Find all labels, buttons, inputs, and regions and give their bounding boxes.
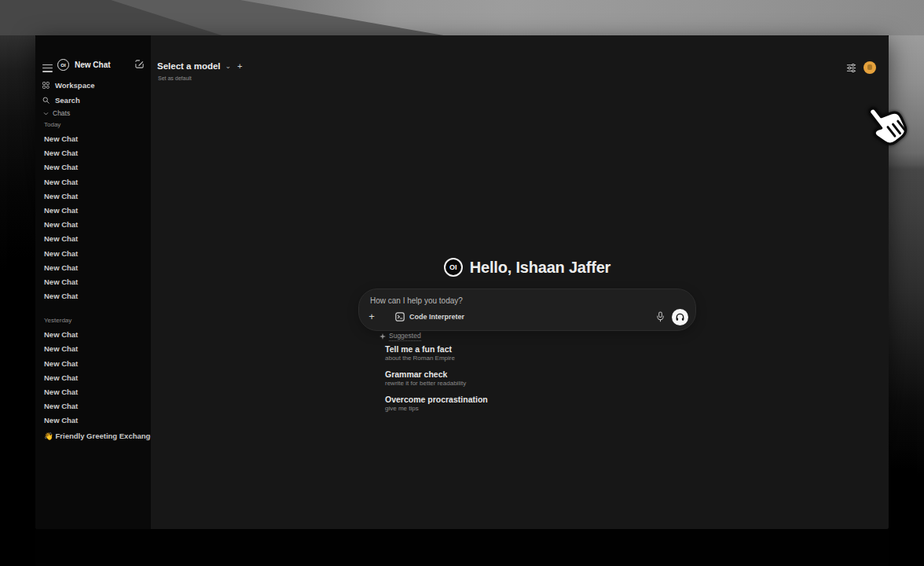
suggested-item-title: Grammar check <box>385 369 668 380</box>
chat-list-item-named[interactable]: 👋 Friendly Greeting Exchange <box>35 429 151 443</box>
chevron-down-icon <box>43 111 49 116</box>
desktop: OI New Chat Workspace Search Chats <box>0 0 924 566</box>
chats-section-toggle[interactable]: Chats <box>35 108 70 119</box>
chat-group-label: Yesterday <box>35 314 151 328</box>
voice-call-button[interactable] <box>672 309 688 325</box>
greeting-text: Hello, Ishaan Jaffer <box>470 259 610 277</box>
suggested-item-subtitle: rewrite it for better readability <box>385 380 668 388</box>
suggested-item[interactable]: Tell me a fun factabout the Roman Empire <box>385 344 668 362</box>
suggested-header: Suggested <box>380 332 421 341</box>
chat-list-item[interactable]: New Chat <box>35 232 151 246</box>
suggested-item-subtitle: about the Roman Empire <box>385 355 668 362</box>
openwebui-logo-icon: OI <box>444 258 463 277</box>
user-avatar[interactable] <box>864 61 876 74</box>
chats-section-label: Chats <box>53 109 70 117</box>
chat-group-label: Today <box>35 118 151 132</box>
chat-list-item[interactable]: New Chat <box>35 204 151 218</box>
headphones-icon <box>675 312 685 322</box>
greeting-row: OI Hello, Ishaan Jaffer <box>358 258 696 277</box>
chat-input-placeholder: How can I help you today? <box>370 296 463 305</box>
search-icon <box>42 97 50 104</box>
suggested-item-title: Tell me a fun fact <box>385 344 668 355</box>
chat-list-item[interactable]: New Chat <box>35 175 151 189</box>
openwebui-logo-icon: OI <box>57 59 69 71</box>
sidebar-item-search[interactable]: Search <box>35 93 151 108</box>
workspace-label: Workspace <box>55 81 95 90</box>
chat-input[interactable]: How can I help you today? + Code Interpr… <box>358 289 696 331</box>
chat-list-item[interactable]: New Chat <box>35 275 151 289</box>
wallpaper-left <box>0 35 35 566</box>
code-interpreter-toggle[interactable]: Code Interpreter <box>390 310 469 324</box>
sidebar: OI New Chat Workspace Search Chats <box>35 35 151 529</box>
model-selector-label: Select a model <box>157 61 221 71</box>
chat-input-toolbar: + Code Interpreter <box>366 308 688 325</box>
chat-list-item[interactable]: New Chat <box>35 247 151 261</box>
sparkle-icon <box>380 333 386 340</box>
model-chevron-icon: ⌄ <box>226 62 232 70</box>
set-as-default-button[interactable]: Set as default <box>158 75 192 81</box>
suggested-item-title: Overcome procrastination <box>385 395 668 405</box>
suggested-item-subtitle: give me tips <box>385 405 668 413</box>
controls-sliders-icon[interactable] <box>846 63 856 73</box>
sidebar-toggle-icon[interactable] <box>42 62 53 71</box>
chat-list-item[interactable]: New Chat <box>35 328 151 342</box>
chat-list-item[interactable]: New Chat <box>35 261 151 275</box>
workspace-grid-icon <box>42 82 50 89</box>
wallpaper-bottom <box>35 529 889 566</box>
chat-groups: TodayNew ChatNew ChatNew ChatNew ChatNew… <box>35 118 151 443</box>
sidebar-title: New Chat <box>75 61 111 69</box>
main-area: Select a model ⌄ + Set as default OI Hel… <box>151 35 889 529</box>
search-label: Search <box>55 96 80 105</box>
topbar-actions <box>846 61 876 74</box>
chat-list-item[interactable]: New Chat <box>35 160 151 175</box>
chat-list-item[interactable]: New Chat <box>35 357 151 371</box>
chat-list-item[interactable]: New Chat <box>35 218 151 232</box>
microphone-icon[interactable] <box>656 311 665 322</box>
attach-plus-button[interactable]: + <box>366 311 377 322</box>
suggested-list: Tell me a fun factabout the Roman Empire… <box>385 344 668 420</box>
chat-list-item[interactable]: New Chat <box>35 189 151 204</box>
code-interpreter-icon <box>395 312 405 322</box>
suggested-item[interactable]: Overcome procrastinationgive me tips <box>385 395 668 413</box>
wallpaper-right <box>889 35 924 566</box>
chat-list-item[interactable]: New Chat <box>35 371 151 385</box>
chat-list-item[interactable]: New Chat <box>35 132 151 146</box>
chat-list-item[interactable]: New Chat <box>35 385 151 399</box>
suggested-label: Suggested <box>389 332 421 341</box>
chat-list-item[interactable]: New Chat <box>35 399 151 413</box>
chat-list-item[interactable]: New Chat <box>35 342 151 356</box>
add-model-button[interactable]: + <box>237 61 242 71</box>
chat-list-item[interactable]: New Chat <box>35 289 151 303</box>
openwebui-window: OI New Chat Workspace Search Chats <box>35 35 889 529</box>
sidebar-nav: Workspace Search <box>35 78 151 108</box>
chat-list-item[interactable]: New Chat <box>35 413 151 428</box>
new-chat-pencil-icon[interactable] <box>134 59 145 69</box>
code-interpreter-label: Code Interpreter <box>409 313 464 321</box>
suggested-item[interactable]: Grammar checkrewrite it for better reada… <box>385 369 668 388</box>
model-selector[interactable]: Select a model ⌄ + <box>157 61 243 71</box>
sidebar-item-workspace[interactable]: Workspace <box>35 78 151 93</box>
sidebar-header: OI New Chat <box>35 59 151 75</box>
wallpaper-top <box>0 0 924 35</box>
chat-list-item[interactable]: New Chat <box>35 146 151 160</box>
